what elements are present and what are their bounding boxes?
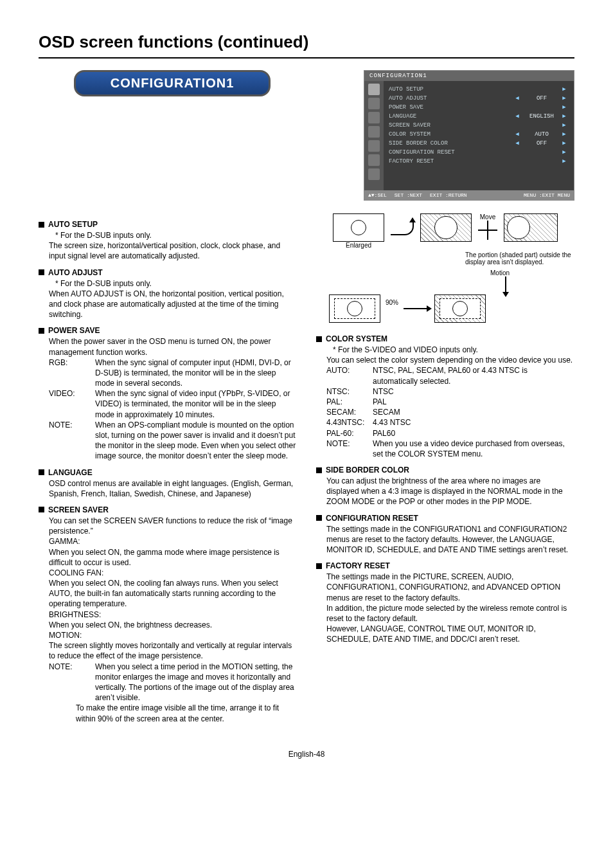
page-number: English-48 xyxy=(39,750,574,759)
section-banner: CONFIGURATION1 xyxy=(74,70,271,96)
page-title: OSD screen functions (continued) xyxy=(39,32,574,52)
osd-row: POWER SAVE▶ xyxy=(389,103,569,112)
bullet-icon xyxy=(39,507,44,512)
arrow-cross-icon xyxy=(478,221,497,240)
osd-row: FACTORY RESET▶ xyxy=(389,157,569,166)
osd-footer-sel: ▲▼:SEL xyxy=(368,192,387,198)
osd-row: SCREEN SAVER▶ xyxy=(389,121,569,130)
bullet-icon xyxy=(39,328,44,334)
right-column: Enlarged Move The portion (shaded part) … xyxy=(316,213,574,724)
table-row: PAL-60:PAL60 xyxy=(326,428,574,439)
osd-row: SIDE BORDER COLOR◀OFF▶ xyxy=(389,139,569,148)
osd-screenshot: CONFIGURATION1 AUTO SETUP▶AUTO ADJUST◀OF… xyxy=(364,70,574,201)
osd-row: COLOR SYSTEM◀AUTO▶ xyxy=(389,130,569,139)
osd-footer: ▲▼:SEL SET :NEXT EXIT :RETURN MENU :EXIT… xyxy=(364,190,574,200)
title-rule xyxy=(39,57,574,59)
table-row: AUTO:NTSC, PAL, SECAM, PAL60 or 4.43 NTS… xyxy=(326,365,574,386)
osd-row: LANGUAGE◀ENGLISH▶ xyxy=(389,112,569,121)
table-row: NTSC:NTSC xyxy=(326,386,574,397)
osd-footer-exitmenu: MENU :EXIT MENU xyxy=(524,192,570,198)
power-save-intro: When the power saver in the OSD menu is … xyxy=(49,336,297,357)
auto-adjust-body: When AUTO ADJUST is ON, the horizontal p… xyxy=(49,289,297,320)
arrow-down-icon xyxy=(505,276,506,294)
language-body: OSD control menus are available in eight… xyxy=(49,478,297,499)
bullet-icon xyxy=(39,269,44,275)
power-save-head: POWER SAVE xyxy=(48,326,100,335)
language-head: LANGUAGE xyxy=(48,468,93,477)
osd-row: CONFIGURATION RESET▶ xyxy=(389,148,569,157)
osd-row: AUTO ADJUST◀OFF▶ xyxy=(389,94,569,103)
screen-saver-head: SCREEN SAVER xyxy=(48,505,109,514)
osd-row: AUTO SETUP▶ xyxy=(389,85,569,94)
osd-footer-return: EXIT :RETURN xyxy=(430,192,467,198)
bullet-icon xyxy=(316,336,322,342)
left-column: AUTO SETUP * For the D-SUB inputs only. … xyxy=(39,213,297,724)
motion-diagram: Enlarged Move The portion (shaded part) … xyxy=(316,213,574,323)
color-system-head: COLOR SYSTEM xyxy=(326,334,387,343)
config-reset-head: CONFIGURATION RESET xyxy=(326,514,418,523)
osd-header: CONFIGURATION1 xyxy=(364,71,574,81)
bullet-icon xyxy=(39,469,44,475)
bullet-icon xyxy=(316,563,322,569)
arrow-right-icon xyxy=(404,308,429,309)
auto-setup-head: AUTO SETUP xyxy=(48,220,98,229)
osd-footer-next: SET :NEXT xyxy=(395,192,422,198)
side-border-head: SIDE BORDER COLOR xyxy=(326,466,409,475)
auto-setup-body: The screen size, horizontal/vertical pos… xyxy=(49,240,297,261)
auto-adjust-head: AUTO ADJUST xyxy=(48,268,103,277)
table-row: PAL:PAL xyxy=(326,397,574,407)
table-row: 4.43NTSC:4.43 NTSC xyxy=(326,417,574,428)
factory-reset-head: FACTORY RESET xyxy=(326,561,390,570)
bullet-icon xyxy=(316,515,322,521)
osd-list: AUTO SETUP▶AUTO ADJUST◀OFF▶POWER SAVE▶LA… xyxy=(384,81,574,190)
bullet-icon xyxy=(39,222,44,228)
bullet-icon xyxy=(316,467,322,473)
osd-sidebar xyxy=(364,81,384,190)
table-row: SECAM:SECAM xyxy=(326,407,574,417)
